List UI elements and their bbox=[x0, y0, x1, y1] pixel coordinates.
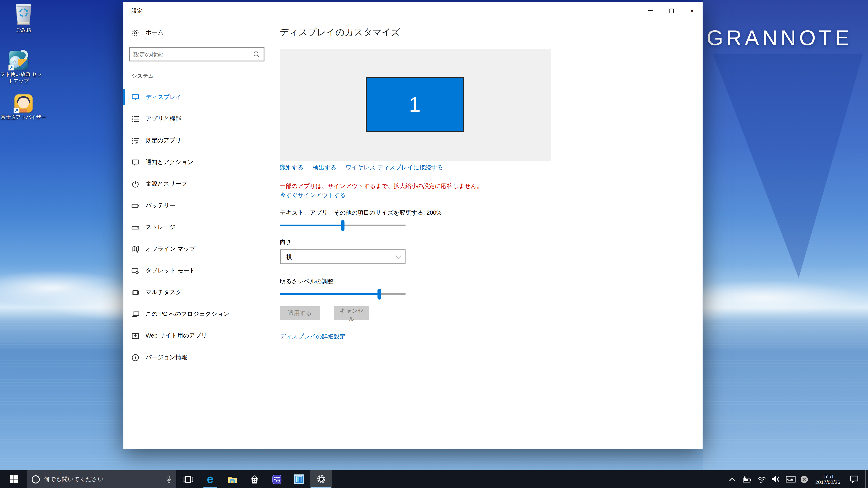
taskbar: 何でも聞いてください e bbox=[0, 470, 868, 488]
fujitsu-advisor-icon[interactable]: ↗ 富士通アドバイザー bbox=[0, 94, 48, 121]
clock-time: 15:51 bbox=[822, 473, 834, 479]
edge-icon: e bbox=[207, 473, 214, 485]
cortana-icon bbox=[32, 475, 40, 483]
detect-link[interactable]: 検出する bbox=[313, 164, 336, 172]
sidebar-item-label: 通知とアクション bbox=[146, 158, 193, 166]
sidebar-item-apps-features[interactable]: アプリと機能 bbox=[123, 108, 280, 130]
sidebar-item-label: アプリと機能 bbox=[146, 115, 181, 123]
cortana-search-box[interactable]: 何でも聞いてください bbox=[27, 470, 176, 488]
caption-buttons: × bbox=[640, 2, 703, 19]
window-titlebar[interactable]: 設定 × bbox=[123, 2, 703, 19]
action-center-button[interactable] bbox=[845, 470, 863, 488]
maximize-button[interactable] bbox=[661, 2, 682, 19]
task-view-icon bbox=[184, 476, 193, 483]
sidebar-item-projecting[interactable]: この PC へのプロジェクション bbox=[123, 303, 280, 325]
projection-icon bbox=[131, 310, 139, 318]
shortcut-arrow-icon: ↗ bbox=[8, 65, 14, 70]
settings-app-button[interactable] bbox=[310, 470, 332, 488]
battery-tray-button[interactable] bbox=[741, 470, 754, 488]
sidebar-item-power-sleep[interactable]: 電源とスリープ bbox=[123, 173, 280, 195]
store-button[interactable] bbox=[244, 470, 266, 488]
orientation-label: 向き bbox=[280, 238, 292, 246]
minimize-button[interactable] bbox=[640, 2, 661, 19]
identify-link[interactable]: 識別する bbox=[280, 164, 304, 172]
layout-app-icon bbox=[294, 475, 304, 484]
monitor-1[interactable]: 1 bbox=[366, 77, 464, 132]
scale-slider[interactable] bbox=[280, 220, 405, 231]
settings-window: 設定 × ホーム システム bbox=[123, 2, 703, 449]
close-button[interactable]: × bbox=[682, 2, 703, 19]
default-apps-icon bbox=[131, 137, 139, 144]
start-button[interactable] bbox=[0, 470, 27, 488]
advisor-face bbox=[18, 98, 29, 108]
scale-slider-label: テキスト、アプリ、その他の項目のサイズを変更する: 200% bbox=[280, 209, 441, 217]
sidebar-item-label: バッテリー bbox=[146, 201, 176, 210]
sidebar-home-label: ホーム bbox=[146, 29, 163, 37]
sidebar-item-apps-websites[interactable]: Web サイト用のアプリ bbox=[123, 325, 280, 347]
storage-icon bbox=[131, 223, 139, 231]
advanced-display-settings-link[interactable]: ディスプレイの詳細設定 bbox=[280, 333, 345, 340]
advisor-collar bbox=[20, 109, 27, 112]
file-explorer-button[interactable] bbox=[221, 470, 243, 488]
sidebar-item-label: 既定のアプリ bbox=[146, 136, 181, 144]
touch-keyboard-button[interactable] bbox=[784, 470, 798, 488]
sidebar-item-notifications[interactable]: 通知とアクション bbox=[123, 151, 280, 173]
orientation-dropdown[interactable]: 横 bbox=[280, 250, 405, 264]
windows-logo-icon bbox=[10, 475, 18, 483]
sidebar-item-label: オフライン マップ bbox=[146, 245, 195, 253]
sidebar-item-label: マルチタスク bbox=[146, 288, 182, 296]
sidebar-item-battery[interactable]: バッテリー bbox=[123, 195, 280, 217]
action-center-icon bbox=[850, 475, 858, 483]
brightness-slider-thumb[interactable] bbox=[377, 289, 381, 300]
brightness-slider[interactable] bbox=[280, 289, 405, 300]
wifi-tray-button[interactable] bbox=[755, 470, 768, 488]
settings-search-input[interactable] bbox=[130, 51, 253, 58]
sidebar-nav: ディスプレイ アプリと機能 既定のアプリ bbox=[123, 86, 280, 368]
screen: GRANNOTE ごみ箱 ↗ ソフト使い放題 セットアップ bbox=[0, 0, 868, 488]
ime-disabled-button[interactable] bbox=[798, 470, 810, 488]
software-setup-icon[interactable]: ↗ ソフト使い放題 セットアップ bbox=[0, 51, 42, 85]
sidebar-item-about[interactable]: バージョン情報 bbox=[123, 347, 280, 368]
edge-browser-button[interactable]: e bbox=[199, 470, 221, 488]
circle-x-icon bbox=[800, 475, 808, 483]
fujitsu-advisor-badge: ↗ bbox=[14, 94, 33, 112]
task-view-button[interactable] bbox=[177, 470, 199, 488]
layout-app-button[interactable] bbox=[288, 470, 310, 488]
tray-expand-button[interactable] bbox=[726, 470, 738, 488]
apply-button[interactable]: 適用する bbox=[280, 306, 320, 320]
orientation-value: 横 bbox=[286, 253, 292, 261]
wifi-icon bbox=[757, 476, 766, 483]
sign-out-now-link: 今すぐサインアウトする bbox=[280, 191, 346, 199]
settings-sidebar: ホーム システム ディスプレイ bbox=[123, 19, 280, 449]
sign-out-now-link-text[interactable]: 今すぐサインアウトする bbox=[280, 192, 346, 198]
sidebar-item-storage[interactable]: ストレージ bbox=[123, 217, 280, 238]
scaling-warning-text: 一部のアプリは、サインアウトするまで、拡大縮小の設定に応答しません。 bbox=[280, 182, 483, 190]
advanced-display-settings: ディスプレイの詳細設定 bbox=[280, 332, 345, 341]
wireless-display-link[interactable]: ワイヤレス ディスプレイに接続する bbox=[345, 164, 443, 172]
software-grid-app-button[interactable] bbox=[266, 470, 287, 488]
icon-label: 富士通アドバイザー bbox=[1, 114, 46, 121]
sidebar-item-display[interactable]: ディスプレイ bbox=[123, 86, 280, 108]
search-icon[interactable] bbox=[253, 51, 260, 58]
sidebar-item-home[interactable]: ホーム bbox=[131, 26, 163, 39]
clock[interactable]: 15:51 2017/02/26 bbox=[811, 470, 844, 488]
close-icon: × bbox=[690, 7, 694, 14]
chevron-down-icon bbox=[395, 253, 401, 259]
multitask-icon bbox=[131, 289, 139, 296]
apps-list-icon bbox=[131, 115, 139, 123]
wallpaper-v-shape bbox=[703, 0, 868, 488]
page-title: ディスプレイのカスタマイズ bbox=[280, 26, 400, 38]
scale-slider-thumb[interactable] bbox=[341, 220, 344, 231]
show-desktop-button[interactable] bbox=[865, 470, 868, 488]
sidebar-item-tablet-mode[interactable]: タブレット モード bbox=[123, 260, 280, 282]
volume-tray-button[interactable] bbox=[769, 470, 782, 488]
sidebar-item-multitasking[interactable]: マルチタスク bbox=[123, 282, 280, 303]
settings-search-box[interactable] bbox=[129, 47, 265, 61]
sidebar-item-default-apps[interactable]: 既定のアプリ bbox=[123, 130, 280, 151]
microphone-icon[interactable] bbox=[166, 475, 172, 483]
recycle-bin-icon[interactable]: ごみ箱 bbox=[0, 4, 48, 33]
cancel-button[interactable]: キャンセル bbox=[334, 306, 369, 320]
sidebar-item-label: バージョン情報 bbox=[146, 353, 187, 361]
icon-label: ごみ箱 bbox=[16, 27, 31, 33]
sidebar-item-offline-maps[interactable]: オフライン マップ bbox=[123, 238, 280, 260]
